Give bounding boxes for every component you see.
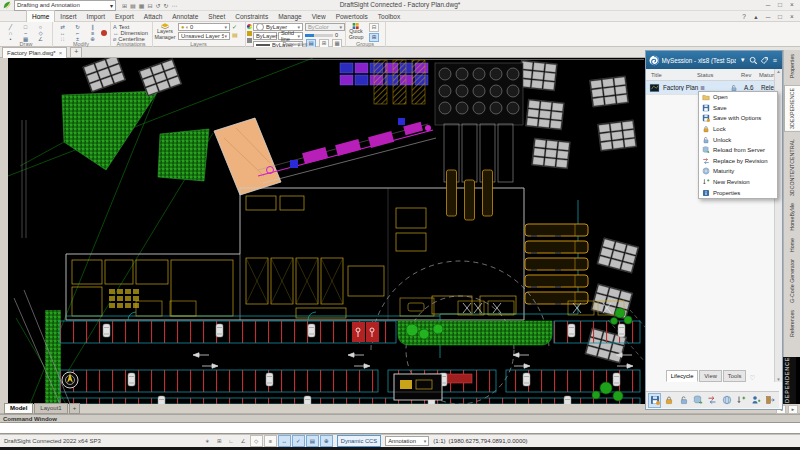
esnap-toggle-icon[interactable]: ◇ bbox=[250, 435, 263, 447]
toolbar-exit-button[interactable] bbox=[764, 393, 777, 408]
ortho-toggle-icon[interactable]: ∟ bbox=[226, 436, 237, 446]
column-status[interactable]: Status bbox=[697, 72, 741, 78]
tab-lifecycle[interactable]: Lifecycle bbox=[666, 370, 699, 382]
annotation-scale-dropdown[interactable]: Annotation▾ bbox=[385, 436, 429, 446]
toolbar-reload-button[interactable] bbox=[691, 393, 704, 408]
column-title[interactable]: Title bbox=[646, 72, 697, 78]
dynamic-ccs-button[interactable]: Dynamic CCS bbox=[337, 435, 381, 447]
save-options-icon bbox=[702, 114, 710, 122]
print-icon[interactable]: ⊟ bbox=[147, 2, 152, 9]
tab-attach[interactable]: Attach bbox=[139, 11, 167, 22]
tab-home[interactable]: Home bbox=[26, 10, 55, 22]
toolbar-new-revision-button[interactable] bbox=[735, 393, 748, 408]
tab-import[interactable]: Import bbox=[82, 11, 110, 22]
layer-state-dropdown[interactable]: Unsaved Layer State▾ bbox=[178, 32, 230, 40]
close-button[interactable]: × bbox=[786, 0, 798, 9]
toolbar-maturity-button[interactable] bbox=[720, 393, 733, 408]
favorite-heart-icon[interactable]: ♡ bbox=[749, 374, 755, 382]
dynamic-input-toggle-icon[interactable]: ✓ bbox=[292, 435, 305, 447]
undo-icon[interactable]: ↺ bbox=[155, 2, 160, 9]
tab-view[interactable]: View bbox=[307, 11, 331, 22]
add-sheet-button[interactable]: + bbox=[69, 403, 81, 414]
snap-toggle-icon[interactable]: ∗ bbox=[202, 436, 213, 446]
tab-constraints[interactable]: Constraints bbox=[230, 11, 273, 22]
close-icon[interactable]: × bbox=[59, 50, 63, 56]
palette-tab-gcode-generator[interactable]: G-Code Generator bbox=[785, 259, 800, 303]
entity-snaps-toggle-icon[interactable]: ⊕ bbox=[320, 435, 333, 447]
tab-insert[interactable]: Insert bbox=[55, 11, 81, 22]
toolbar-replace-revision-button[interactable] bbox=[706, 393, 719, 408]
menu-item-new-revision[interactable]: New Revision bbox=[699, 177, 777, 188]
line-style-dropdown[interactable]: ByLayer bbox=[253, 32, 277, 40]
etrack-toggle-icon[interactable]: ≡ bbox=[264, 435, 277, 447]
menu-item-save-with-options[interactable]: Save with Options bbox=[699, 113, 777, 124]
toolbar-lock-button[interactable] bbox=[662, 393, 675, 408]
lineweight-toggle-icon[interactable]: ↔ bbox=[278, 435, 291, 447]
quick-group-button[interactable]: Quick Group bbox=[345, 23, 367, 40]
tab-layout1[interactable]: Layout1 bbox=[34, 403, 67, 414]
doc-restore-button[interactable]: □ bbox=[774, 12, 786, 21]
layer-check-icon[interactable]: ✓ bbox=[232, 23, 238, 30]
toolbar-unlock-button[interactable] bbox=[677, 393, 690, 408]
minimize-button[interactable]: ─ bbox=[762, 0, 774, 9]
grid-toggle-icon[interactable]: ⊞ bbox=[214, 436, 225, 446]
tab-annotate[interactable]: Annotate bbox=[167, 11, 203, 22]
tab-export[interactable]: Export bbox=[110, 11, 139, 22]
open-file-icon[interactable]: ▤ bbox=[130, 2, 136, 9]
doc-minimize-button[interactable]: ─ bbox=[762, 12, 774, 21]
chevron-down-icon[interactable]: ▾ bbox=[738, 56, 747, 64]
menu-item-lock[interactable]: Lock bbox=[699, 124, 777, 135]
tab-sheet[interactable]: Sheet bbox=[203, 11, 230, 22]
tab-view[interactable]: View bbox=[699, 370, 721, 382]
restore-button[interactable]: □ bbox=[774, 0, 786, 9]
layer-dropdown[interactable]: ●◐0▾ bbox=[178, 23, 230, 31]
scroll-down-icon[interactable]: ▼ bbox=[775, 377, 782, 382]
palette-tab-references[interactable]: References bbox=[785, 310, 800, 337]
power-trim-icon[interactable] bbox=[101, 30, 107, 36]
menu-item-properties[interactable]: Properties bbox=[699, 187, 777, 198]
tab-powertools[interactable]: Powertools bbox=[331, 11, 373, 22]
new-document-tab-button[interactable]: + bbox=[70, 47, 82, 58]
tab-manage[interactable]: Manage bbox=[273, 11, 307, 22]
toolbar-save-button[interactable] bbox=[648, 393, 661, 408]
ungroup-icon[interactable]: ⊟ bbox=[369, 23, 379, 32]
menu-item-save[interactable]: Save bbox=[699, 103, 777, 114]
save-icon[interactable]: ▦ bbox=[139, 2, 145, 9]
polar-toggle-icon[interactable]: ∠ bbox=[238, 436, 249, 446]
palette-tab-homebyme[interactable]: HomeByMe bbox=[785, 203, 800, 231]
toolbar-share-button[interactable] bbox=[749, 393, 762, 408]
collapse-ribbon-icon[interactable]: ▴ bbox=[750, 12, 762, 21]
command-window-titlebar[interactable]: Command Window bbox=[0, 414, 800, 422]
tab-toolbox[interactable]: Toolbox bbox=[373, 11, 405, 22]
line-style-name-dropdown[interactable]: Solid line▾ bbox=[278, 32, 303, 40]
palette-tab-3dcontentcentral[interactable]: 3DCONTENTCENTRAL bbox=[785, 139, 800, 196]
qat-more-icon[interactable]: ⋯ bbox=[171, 2, 177, 9]
menu-item-maturity[interactable]: Maturity bbox=[699, 166, 777, 177]
menu-item-unlock[interactable]: Unlock bbox=[699, 134, 777, 145]
menu-item-reload-from-server[interactable]: Reload from Server bbox=[699, 145, 777, 156]
scroll-up-icon[interactable]: ▲ bbox=[775, 69, 782, 74]
tag-icon[interactable] bbox=[760, 56, 769, 65]
new-file-icon[interactable]: ⊞ bbox=[122, 2, 127, 9]
redo-icon[interactable]: ↻ bbox=[163, 2, 168, 9]
palette-tab-3dexperience[interactable]: 3DEXPERIENCE bbox=[784, 85, 800, 132]
help-icon[interactable]: ? bbox=[738, 12, 750, 21]
hamburger-menu-icon[interactable]: ≡ bbox=[770, 57, 779, 64]
transparency-slider[interactable]: 0 bbox=[305, 32, 345, 38]
workspace-dropdown[interactable]: Drafting and Annotation▾ bbox=[14, 0, 116, 11]
palette-tab-home[interactable]: Home bbox=[785, 238, 800, 252]
layers-manager-button[interactable]: Layers Manager bbox=[152, 23, 178, 40]
tab-model[interactable]: Model bbox=[4, 403, 33, 414]
document-tab-factory-plan[interactable]: Factory Plan.dwg* × bbox=[2, 47, 67, 58]
command-input-area[interactable] bbox=[0, 422, 800, 434]
search-icon[interactable] bbox=[749, 56, 758, 65]
tab-tools[interactable]: Tools bbox=[723, 370, 747, 382]
quick-input-toggle-icon[interactable]: ▤ bbox=[306, 435, 319, 447]
column-rev[interactable]: Rev bbox=[741, 72, 759, 78]
palette-tab-properties[interactable]: Properties bbox=[785, 54, 800, 78]
layer-tools-icon[interactable]: ▤ bbox=[232, 31, 238, 38]
sheet-scroll-right-icon[interactable]: ► bbox=[788, 405, 798, 414]
doc-close-button[interactable]: × bbox=[786, 12, 798, 21]
menu-item-replace-by-revision[interactable]: Replace by Revision bbox=[699, 156, 777, 167]
menu-item-open[interactable]: Open bbox=[699, 92, 777, 103]
